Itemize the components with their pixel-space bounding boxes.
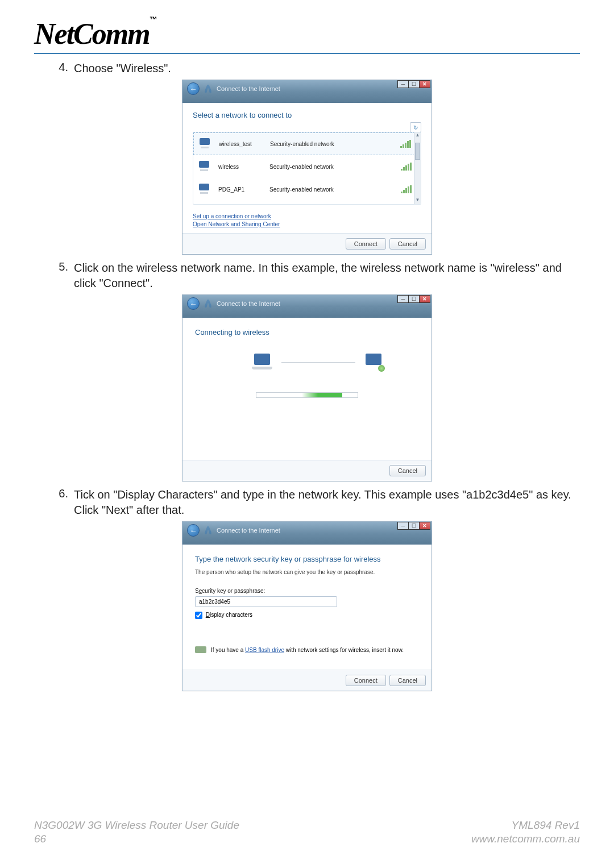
breadcrumb: Connect to the Internet — [217, 85, 280, 92]
header-rule — [34, 53, 580, 54]
network-icon — [203, 84, 213, 94]
connect-button[interactable]: Connect — [346, 238, 386, 250]
dialog-security-key: ─ ☐ ✕ ← Connect to the Internet Type the… — [182, 521, 432, 691]
network-desc: Security-enabled network — [269, 186, 401, 193]
step-text: Choose "Wireless". — [74, 61, 580, 76]
security-key-input[interactable] — [195, 596, 337, 607]
logo-text: NetComm — [34, 18, 150, 50]
network-row-wireless-test[interactable]: wireless_test Security-enabled network — [193, 132, 421, 155]
back-button[interactable]: ← — [187, 82, 200, 95]
refresh-button[interactable]: ↻ — [410, 122, 421, 132]
maximize-button[interactable]: ☐ — [408, 80, 420, 88]
computer-icon — [199, 184, 211, 195]
close-button[interactable]: ✕ — [419, 295, 430, 303]
page-number: 66 — [34, 833, 46, 845]
connection-line — [281, 362, 355, 363]
footer-url: www.netcomm.com.au — [471, 833, 580, 845]
step-number: 6. — [51, 487, 74, 518]
dialog-title: Select a network to connect to — [193, 111, 421, 119]
dialog-select-network: ─ ☐ ✕ ← Connect to the Internet Select a… — [182, 80, 432, 255]
display-characters-checkbox[interactable] — [195, 612, 202, 619]
network-desc: Security-enabled network — [269, 164, 401, 170]
signal-icon — [400, 140, 411, 148]
computer-icon — [200, 138, 212, 149]
display-characters-row: Display characters — [195, 612, 419, 619]
page-footer: N3G002W 3G Wireless Router User Guide YM… — [34, 819, 580, 845]
minimize-button[interactable]: ─ — [397, 295, 409, 303]
cancel-button[interactable]: Cancel — [389, 465, 426, 476]
step-number: 4. — [51, 61, 74, 76]
dialog-subtitle: The person who setup the network can giv… — [195, 569, 419, 575]
cancel-button[interactable]: Cancel — [389, 238, 426, 250]
brand-logo: NetComm™ — [34, 17, 580, 51]
step-4: 4. Choose "Wireless". — [51, 61, 580, 76]
step-text: Click on the wireless network name. In t… — [74, 260, 580, 291]
network-globe-icon — [363, 352, 385, 372]
step-text: Tick on "Display Characters" and type in… — [74, 487, 580, 518]
cancel-button[interactable]: Cancel — [389, 675, 426, 686]
usb-icon — [195, 646, 206, 653]
computer-icon — [199, 161, 211, 172]
signal-icon — [401, 163, 412, 171]
display-characters-label: isplay characters — [210, 612, 252, 618]
step-number: 5. — [51, 260, 74, 291]
network-icon — [203, 298, 213, 309]
network-desc: Security-enabled network — [270, 141, 400, 147]
maximize-button[interactable]: ☐ — [408, 522, 420, 530]
titlebar: ─ ☐ ✕ ← Connect to the Internet — [182, 295, 432, 318]
step-5: 5. Click on the wireless network name. I… — [51, 260, 580, 291]
breadcrumb: Connect to the Internet — [217, 300, 280, 307]
step-6: 6. Tick on "Display Characters" and type… — [51, 487, 580, 518]
usb-hint: If you have a USB flash drive with netwo… — [195, 646, 419, 653]
network-name: wireless_test — [219, 141, 270, 147]
network-row-pdg-ap1[interactable]: PDG_AP1 Security-enabled network — [193, 178, 421, 201]
close-button[interactable]: ✕ — [419, 522, 430, 530]
network-icon — [203, 525, 213, 535]
back-button[interactable]: ← — [187, 297, 200, 310]
computer-icon — [252, 352, 273, 372]
dialog-title: Connecting to wireless — [195, 328, 419, 337]
minimize-button[interactable]: ─ — [397, 80, 409, 88]
dialog-title: Type the network security key or passphr… — [195, 555, 419, 563]
network-list: wireless_test Security-enabled network w… — [193, 132, 421, 205]
display-characters-accel: D — [206, 612, 210, 618]
trademark: ™ — [150, 15, 156, 24]
network-name: wireless — [218, 164, 269, 170]
signal-icon — [401, 185, 412, 193]
progress-bar — [256, 392, 358, 398]
link-open-sharing-center[interactable]: Open Network and Sharing Center — [193, 221, 421, 229]
network-name: PDG_AP1 — [218, 186, 269, 193]
minimize-button[interactable]: ─ — [397, 522, 409, 530]
usb-flash-drive-link[interactable]: USB flash drive — [245, 647, 284, 653]
close-button[interactable]: ✕ — [419, 80, 430, 88]
titlebar: ─ ☐ ✕ ← Connect to the Internet — [182, 522, 432, 545]
doc-title: N3G002W 3G Wireless Router User Guide — [34, 819, 239, 832]
network-row-wireless[interactable]: wireless Security-enabled network — [193, 155, 421, 178]
scrollbar[interactable]: ▲ ▼ — [414, 132, 421, 204]
doc-revision: YML894 Rev1 — [512, 819, 580, 832]
maximize-button[interactable]: ☐ — [408, 295, 420, 303]
dialog-connecting: ─ ☐ ✕ ← Connect to the Internet Connecti… — [182, 294, 432, 481]
connection-graphic — [195, 352, 419, 372]
key-label: Security key or passphrase: — [195, 588, 419, 594]
titlebar: ─ ☐ ✕ ← Connect to the Internet — [182, 80, 432, 103]
breadcrumb: Connect to the Internet — [217, 527, 280, 534]
back-button[interactable]: ← — [187, 524, 200, 537]
link-setup-connection[interactable]: Set up a connection or network — [193, 213, 421, 221]
connect-button[interactable]: Connect — [346, 675, 386, 686]
